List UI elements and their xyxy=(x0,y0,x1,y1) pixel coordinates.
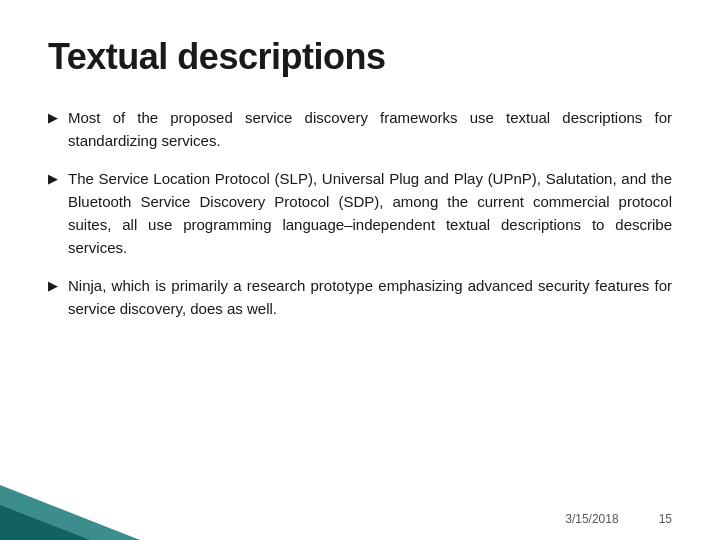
bullet-item-3: ▶ Ninja, which is primarily a research p… xyxy=(48,274,672,321)
slide-title: Textual descriptions xyxy=(48,36,672,78)
bullet-arrow-2: ▶ xyxy=(48,169,58,189)
bullet-text-1: Most of the proposed service discovery f… xyxy=(68,106,672,153)
slide: Textual descriptions ▶ Most of the propo… xyxy=(0,0,720,540)
slide-content: ▶ Most of the proposed service discovery… xyxy=(48,106,672,320)
bullet-item-1: ▶ Most of the proposed service discovery… xyxy=(48,106,672,153)
slide-footer: 3/15/2018 15 xyxy=(565,512,672,526)
bullet-arrow-1: ▶ xyxy=(48,108,58,128)
bullet-arrow-3: ▶ xyxy=(48,276,58,296)
footer-date: 3/15/2018 xyxy=(565,512,618,526)
bullet-text-2: The Service Location Protocol (SLP), Uni… xyxy=(68,167,672,260)
corner-decoration xyxy=(0,485,160,540)
footer-page: 15 xyxy=(659,512,672,526)
bullet-item-2: ▶ The Service Location Protocol (SLP), U… xyxy=(48,167,672,260)
bullet-text-3: Ninja, which is primarily a research pro… xyxy=(68,274,672,321)
